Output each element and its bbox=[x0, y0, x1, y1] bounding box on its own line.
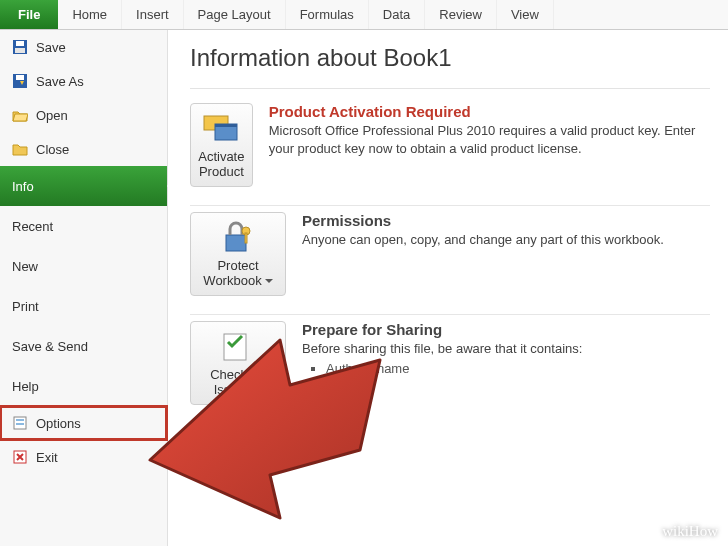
button-label: Activate Product bbox=[197, 150, 246, 180]
button-label: Protect Workbook bbox=[197, 259, 279, 289]
svg-rect-15 bbox=[224, 334, 246, 360]
sidebar-item-open[interactable]: Open bbox=[0, 98, 167, 132]
check-issues-button[interactable]: Check for Issues bbox=[190, 321, 286, 405]
sidebar-item-save[interactable]: Save bbox=[0, 30, 167, 64]
svg-rect-11 bbox=[215, 124, 237, 127]
backstage-main: Information about Book1 Activate Product… bbox=[168, 30, 728, 546]
sidebar-item-label: Options bbox=[36, 416, 81, 431]
sidebar-item-label: Exit bbox=[36, 450, 58, 465]
sidebar-item-options[interactable]: Options bbox=[0, 406, 167, 440]
section-activation: Activate Product Product Activation Requ… bbox=[190, 97, 710, 206]
sidebar-item-print[interactable]: Print bbox=[0, 286, 167, 326]
sidebar-item-label: Save & Send bbox=[12, 339, 88, 354]
sidebar-item-save-send[interactable]: Save & Send bbox=[0, 326, 167, 366]
svg-rect-12 bbox=[226, 235, 246, 251]
activate-product-button[interactable]: Activate Product bbox=[190, 103, 253, 187]
tab-review[interactable]: Review bbox=[425, 0, 497, 29]
section-body: Before sharing this file, be aware that … bbox=[302, 340, 582, 358]
sidebar-item-save-as[interactable]: Save As bbox=[0, 64, 167, 98]
protect-workbook-button[interactable]: Protect Workbook bbox=[190, 212, 286, 296]
svg-rect-1 bbox=[16, 41, 24, 46]
sidebar-item-exit[interactable]: Exit bbox=[0, 440, 167, 474]
section-body: Anyone can open, copy, and change any pa… bbox=[302, 231, 664, 249]
sidebar-item-label: Close bbox=[36, 142, 69, 157]
list-item: Author's name bbox=[326, 361, 582, 376]
open-icon bbox=[12, 107, 28, 123]
section-heading: Prepare for Sharing bbox=[302, 321, 582, 338]
sidebar-item-label: Print bbox=[12, 299, 39, 314]
sidebar-item-recent[interactable]: Recent bbox=[0, 206, 167, 246]
sidebar-item-label: Save As bbox=[36, 74, 84, 89]
tab-data[interactable]: Data bbox=[369, 0, 425, 29]
save-icon bbox=[12, 39, 28, 55]
sidebar-item-label: Open bbox=[36, 108, 68, 123]
options-icon bbox=[12, 415, 28, 431]
section-list: Author's name bbox=[326, 361, 582, 376]
sidebar-item-info[interactable]: Info bbox=[0, 166, 167, 206]
exit-icon bbox=[12, 449, 28, 465]
tab-view[interactable]: View bbox=[497, 0, 554, 29]
sidebar-item-label: New bbox=[12, 259, 38, 274]
protect-workbook-icon bbox=[218, 219, 258, 255]
sidebar-item-label: Help bbox=[12, 379, 39, 394]
tab-file[interactable]: File bbox=[0, 0, 58, 29]
svg-rect-7 bbox=[16, 423, 24, 425]
save-as-icon bbox=[12, 73, 28, 89]
page-title: Information about Book1 bbox=[190, 44, 710, 72]
tab-page-layout[interactable]: Page Layout bbox=[184, 0, 286, 29]
section-permissions: Protect Workbook Permissions Anyone can … bbox=[190, 206, 710, 315]
svg-rect-14 bbox=[245, 233, 247, 243]
section-heading: Permissions bbox=[302, 212, 664, 229]
sidebar-item-close[interactable]: Close bbox=[0, 132, 167, 166]
close-folder-icon bbox=[12, 141, 28, 157]
sidebar-item-label: Save bbox=[36, 40, 66, 55]
backstage-sidebar: Save Save As Open Close bbox=[0, 30, 168, 546]
sidebar-item-label: Info bbox=[12, 179, 34, 194]
section-body: Microsoft Office Professional Plus 2010 … bbox=[269, 122, 710, 157]
tab-insert[interactable]: Insert bbox=[122, 0, 184, 29]
section-heading: Product Activation Required bbox=[269, 103, 710, 120]
tab-home[interactable]: Home bbox=[58, 0, 122, 29]
sidebar-item-label: Recent bbox=[12, 219, 53, 234]
sidebar-item-new[interactable]: New bbox=[0, 246, 167, 286]
button-label: Check for Issues bbox=[197, 368, 279, 398]
watermark: wikiHow bbox=[662, 523, 718, 540]
tab-formulas[interactable]: Formulas bbox=[286, 0, 369, 29]
section-sharing: Check for Issues Prepare for Sharing Bef… bbox=[190, 315, 710, 423]
svg-rect-2 bbox=[15, 48, 25, 53]
svg-rect-6 bbox=[16, 419, 24, 421]
activate-product-icon bbox=[201, 110, 241, 146]
sidebar-item-help[interactable]: Help bbox=[0, 366, 167, 406]
svg-rect-4 bbox=[16, 75, 24, 80]
check-issues-icon bbox=[218, 328, 258, 364]
ribbon-tabs: File Home Insert Page Layout Formulas Da… bbox=[0, 0, 728, 30]
